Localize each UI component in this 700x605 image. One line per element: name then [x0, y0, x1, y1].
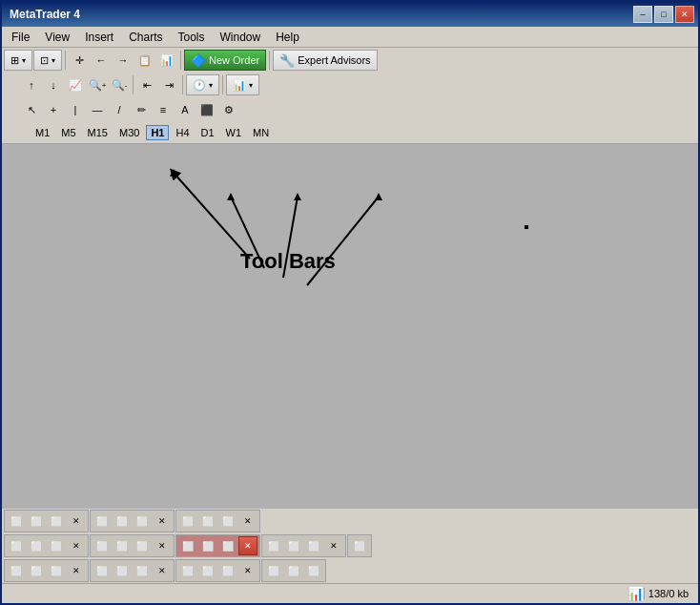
menu-help[interactable]: Help: [268, 29, 307, 46]
task-btn-6c[interactable]: ⬜: [218, 536, 237, 555]
menu-tools[interactable]: Tools: [171, 29, 213, 46]
tf-m30[interactable]: M30: [114, 125, 144, 140]
task-btn-4c[interactable]: ⬜: [47, 536, 66, 555]
down-btn[interactable]: ↓: [43, 74, 64, 95]
chart-type-btn[interactable]: 📈: [65, 74, 86, 95]
tf-mn[interactable]: MN: [248, 125, 274, 140]
tf-h4[interactable]: H4: [171, 125, 194, 140]
horizontal-line-btn[interactable]: —: [87, 99, 108, 120]
menu-window[interactable]: Window: [213, 29, 269, 46]
maximize-button[interactable]: □: [654, 6, 673, 23]
expert-advisors-button[interactable]: 🔧 Expert Advisors: [273, 50, 377, 71]
task-btn-12b[interactable]: ⬜: [284, 561, 303, 580]
tf-m15[interactable]: M15: [83, 125, 113, 140]
task-btn-6b[interactable]: ⬜: [198, 536, 217, 555]
trend-line-icon: /: [117, 104, 120, 115]
menu-view[interactable]: View: [37, 29, 77, 46]
task-btn-7c[interactable]: ⬜: [304, 536, 323, 555]
task-btn-8a[interactable]: ⬜: [350, 536, 369, 555]
back-icon: ←: [96, 54, 107, 66]
task-close-4[interactable]: ✕: [67, 536, 86, 555]
task-close-2[interactable]: ✕: [153, 511, 172, 531]
tf-m1[interactable]: M1: [31, 125, 54, 140]
new-order-button[interactable]: 🔷 New Order: [184, 50, 266, 71]
forward-button[interactable]: →: [113, 50, 134, 71]
task-close-3[interactable]: ✕: [238, 511, 257, 531]
tf-d1[interactable]: D1: [196, 125, 219, 140]
scroll-right-btn[interactable]: ⇥: [158, 74, 179, 95]
task-btn-7a[interactable]: ⬜: [264, 536, 283, 555]
task-btn-5c[interactable]: ⬜: [133, 536, 152, 555]
task-btn-11c[interactable]: ⬜: [218, 561, 237, 580]
task-btn-11a[interactable]: ⬜: [178, 561, 197, 580]
task-btn-9a[interactable]: ⬜: [7, 561, 26, 580]
crosshair-tool-btn[interactable]: +: [43, 99, 64, 120]
task-close-6[interactable]: ✕: [238, 536, 257, 555]
task-icon-3c: ⬜: [222, 516, 234, 527]
task-close-11[interactable]: ✕: [238, 561, 257, 580]
task-btn-9b[interactable]: ⬜: [27, 561, 46, 580]
fib-btn[interactable]: ≡: [153, 99, 174, 120]
task-btn-2a[interactable]: ⬜: [93, 511, 112, 531]
label-btn[interactable]: ⬛: [196, 99, 217, 120]
task-btn-6a[interactable]: ⬜: [178, 536, 197, 555]
select-icon: ↖: [28, 104, 36, 116]
task-btn-11b[interactable]: ⬜: [198, 561, 217, 580]
task-btn-1a[interactable]: ⬜: [7, 511, 26, 531]
task-btn-10c[interactable]: ⬜: [133, 561, 152, 580]
task-close-10[interactable]: ✕: [153, 561, 172, 580]
task-btn-12c[interactable]: ⬜: [304, 561, 323, 580]
select-tool-btn[interactable]: ↖: [21, 99, 42, 120]
period-btn[interactable]: 🕐 ▾: [186, 74, 219, 95]
task-btn-3b[interactable]: ⬜: [198, 511, 217, 531]
taskbar-area: ⬜ ⬜ ⬜ ✕ ⬜ ⬜ ⬜ ✕ ⬜ ⬜ ⬜ ✕ ⬜ ⬜ ⬜: [2, 509, 698, 603]
scroll-left-btn[interactable]: ⇤: [136, 74, 157, 95]
task-btn-10a[interactable]: ⬜: [93, 561, 112, 580]
tf-m5[interactable]: M5: [56, 125, 80, 140]
minimize-button[interactable]: –: [633, 6, 652, 23]
task-btn-7b[interactable]: ⬜: [284, 536, 303, 555]
task-close-1[interactable]: ✕: [67, 511, 86, 531]
down-icon: ↓: [51, 79, 56, 91]
settings-tool-btn[interactable]: ⚙: [218, 99, 239, 120]
trend-line-btn[interactable]: /: [109, 99, 130, 120]
task-btn-4a[interactable]: ⬜: [7, 536, 26, 555]
zoom-out-button[interactable]: 🔍-: [109, 74, 130, 95]
tf-w1[interactable]: W1: [221, 125, 247, 140]
close-button[interactable]: ✕: [675, 6, 694, 23]
templates-button[interactable]: 📋: [134, 50, 155, 71]
task-btn-10b[interactable]: ⬜: [113, 561, 132, 580]
freehand-btn[interactable]: ✏: [131, 99, 152, 120]
back-button[interactable]: ←: [91, 50, 112, 71]
task-btn-3a[interactable]: ⬜: [178, 511, 197, 531]
task-close-5[interactable]: ✕: [153, 536, 172, 555]
task-btn-1c[interactable]: ⬜: [47, 511, 66, 531]
tf-h1[interactable]: H1: [146, 125, 169, 140]
new-chart-button[interactable]: ⊞ ▾: [4, 50, 32, 71]
up-btn[interactable]: ↑: [21, 74, 42, 95]
task-btn-12a[interactable]: ⬜: [264, 561, 283, 580]
task-icon-1b: ⬜: [31, 516, 42, 527]
zoom-in-button[interactable]: 🔍+: [87, 74, 108, 95]
vertical-line-btn[interactable]: |: [65, 99, 86, 120]
task-btn-9c[interactable]: ⬜: [47, 561, 66, 580]
crosshair-button[interactable]: ✛: [69, 50, 90, 71]
task-btn-3c[interactable]: ⬜: [218, 511, 237, 531]
task-btn-5b[interactable]: ⬜: [113, 536, 132, 555]
task-close-7[interactable]: ✕: [324, 536, 343, 555]
task-btn-1b[interactable]: ⬜: [27, 511, 46, 531]
menu-file[interactable]: File: [4, 29, 37, 46]
charts-button[interactable]: 📊: [156, 50, 177, 71]
menu-charts[interactable]: Charts: [121, 29, 170, 46]
task-btn-2c[interactable]: ⬜: [133, 511, 152, 531]
task-btn-5a[interactable]: ⬜: [93, 536, 112, 555]
toolbar-row-2: ↑ ↓ 📈 🔍+ 🔍- ⇤ ⇥ 🕐 ▾ 📊 ▾: [2, 73, 698, 97]
profiles-button[interactable]: ⊡ ▾: [33, 50, 62, 71]
text-btn[interactable]: A: [175, 99, 196, 120]
chart-btn-2[interactable]: 📊 ▾: [226, 74, 259, 95]
task-btn-2b[interactable]: ⬜: [113, 511, 132, 531]
task-close-9[interactable]: ✕: [67, 561, 86, 580]
task-btn-4b[interactable]: ⬜: [27, 536, 46, 555]
annotation-arrows: [2, 144, 698, 509]
menu-insert[interactable]: Insert: [77, 29, 121, 46]
